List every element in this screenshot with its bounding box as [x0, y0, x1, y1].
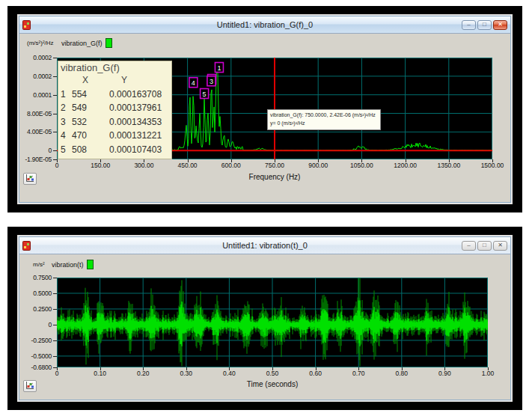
peak-table-cell: 4 — [61, 129, 72, 143]
peak-table-cell: 0.000107403 — [109, 143, 171, 157]
peak-table-cell: 0.000137961 — [109, 101, 171, 115]
x-tick-mark — [57, 159, 58, 162]
x-tick-label: 0.10 — [81, 370, 120, 377]
chart-tool-button[interactable] — [23, 173, 37, 185]
y-tick-mark — [53, 150, 57, 151]
x-tick-mark — [100, 159, 101, 162]
x-tick-mark — [100, 367, 101, 370]
y-tick-mark — [53, 76, 57, 77]
y-tick-mark — [53, 340, 57, 341]
y-tick-label: 0.0001 — [19, 91, 52, 99]
x-tick-mark — [186, 367, 187, 370]
x-tick-mark — [488, 367, 489, 370]
maximize-button[interactable]: □ — [477, 20, 492, 30]
svg-text:1: 1 — [217, 64, 221, 72]
x-tick-mark — [318, 159, 319, 162]
legend-label: vibration_G(f) — [61, 40, 103, 47]
app-icon — [22, 241, 31, 251]
peak-table-cell: 1 — [61, 88, 72, 102]
y-tick-mark — [53, 356, 57, 357]
y-tick-mark — [53, 58, 57, 58]
peak-table-cell: 0.000163708 — [109, 88, 171, 102]
x-tick-mark — [231, 159, 232, 162]
peak-table-header: X — [72, 73, 109, 88]
y-tick-label: 0.2500 — [19, 305, 52, 313]
tooltip-line2: y= 0 (m/s²)²/Hz — [270, 120, 378, 128]
minimize-button[interactable]: – — [462, 20, 476, 30]
x-tick-mark — [444, 367, 445, 370]
peak-table-cell: 508 — [72, 143, 109, 157]
x-tick-mark — [57, 367, 58, 370]
chart-tool-button[interactable] — [23, 380, 37, 392]
x-tick-label: 0.40 — [210, 370, 248, 377]
peak-table-title: vibration_G(f) — [61, 62, 171, 73]
peak-table-cell: 549 — [72, 101, 109, 115]
x-tick-label: 450.00 — [168, 162, 207, 169]
maximize-button[interactable]: □ — [477, 241, 492, 251]
peak-table-cell: 5 — [61, 143, 72, 157]
time-window: Untitled1: vibration(t)_0 – □ ✕ m/s² vib… — [19, 236, 511, 400]
peak-table-header — [61, 73, 72, 88]
y-tick-label: 0.7500 — [19, 274, 52, 281]
y-unit-label: (m/s²)²/Hz — [27, 40, 54, 46]
svg-text:5: 5 — [203, 91, 207, 98]
y-tick-label: 0.0002 — [19, 54, 52, 61]
x-tick-mark — [144, 159, 144, 162]
spectrum-window-body: (m/s²)²/Hz vibration_G(f) 12345 Frequenc… — [19, 34, 510, 202]
x-tick-label: 0.20 — [123, 370, 162, 377]
svg-text:4: 4 — [192, 79, 195, 87]
y-tick-label: 0 — [19, 321, 52, 328]
peak-table-header: Y — [109, 73, 171, 88]
spectrum-titlebar[interactable]: Untitled1: vibration_G(f)_0 – □ ✕ — [19, 16, 510, 34]
x-tick-mark — [406, 159, 406, 162]
y-tick-mark — [53, 309, 57, 310]
time-titlebar[interactable]: Untitled1: vibration(t)_0 – □ ✕ — [19, 237, 510, 254]
x-tick-mark — [229, 367, 230, 370]
y-tick-label: 8.00E-05 — [19, 110, 52, 117]
x-tick-label: 1350.00 — [429, 162, 468, 169]
peak-marker: 5 — [201, 89, 209, 99]
x-tick-label: 1500.00 — [473, 162, 511, 169]
peak-marker: 4 — [189, 78, 198, 88]
x-axis-title: Time (seconds) — [57, 380, 488, 388]
peak-table-cell: 0.000131221 — [109, 129, 171, 143]
time-plot[interactable] — [57, 278, 488, 367]
x-tick-label: 600.00 — [212, 162, 251, 169]
x-tick-mark — [143, 367, 144, 370]
close-button[interactable]: ✕ — [493, 20, 507, 30]
x-tick-mark — [188, 159, 189, 162]
peak-table-overlay: vibration_G(f) XY15540.00016370825490.00… — [58, 61, 172, 159]
time-window-frame: Untitled1: vibration(t)_0 – □ ✕ m/s² vib… — [7, 227, 522, 410]
close-button[interactable]: ✕ — [493, 241, 507, 251]
spectrum-window: Untitled1: vibration_G(f)_0 – □ ✕ (m/s²)… — [19, 16, 511, 203]
x-tick-label: 300.00 — [124, 162, 163, 169]
x-tick-label: 900.00 — [299, 162, 337, 169]
y-tick-label: -0.2500 — [19, 337, 52, 344]
peak-table-cell: 2 — [61, 101, 72, 115]
x-tick-label: 0.80 — [382, 370, 421, 377]
y-tick-mark — [53, 293, 57, 294]
y-tick-label: 0 — [19, 147, 52, 154]
x-tick-mark — [358, 367, 359, 370]
tooltip-line1: vibration_G(f): 750.0000, 2.42E-06 (m/s²… — [270, 111, 378, 120]
peak-marker: 1 — [215, 63, 223, 73]
legend-swatch — [87, 260, 94, 269]
legend-swatch — [106, 38, 112, 48]
x-axis-title: Frequency (Hz) — [57, 173, 492, 181]
app-icon — [22, 20, 31, 30]
minimize-button[interactable]: – — [462, 241, 476, 251]
x-tick-label: 150.00 — [81, 162, 120, 169]
x-tick-label: 1.00 — [468, 370, 507, 377]
cursor-tooltip: vibration_G(f): 750.0000, 2.42E-06 (m/s²… — [267, 109, 381, 130]
legend: vibration_G(f) — [61, 38, 112, 48]
peak-marker: 3 — [207, 76, 215, 86]
svg-text:3: 3 — [210, 78, 213, 85]
x-tick-label: 0 — [37, 370, 76, 377]
x-tick-mark — [449, 159, 450, 162]
x-tick-label: 0.60 — [296, 370, 335, 377]
x-tick-mark — [402, 367, 403, 370]
x-tick-label: 0.90 — [425, 370, 464, 377]
y-unit-label: m/s² — [33, 261, 45, 268]
chart-icon — [25, 379, 34, 393]
x-tick-mark — [361, 159, 362, 162]
